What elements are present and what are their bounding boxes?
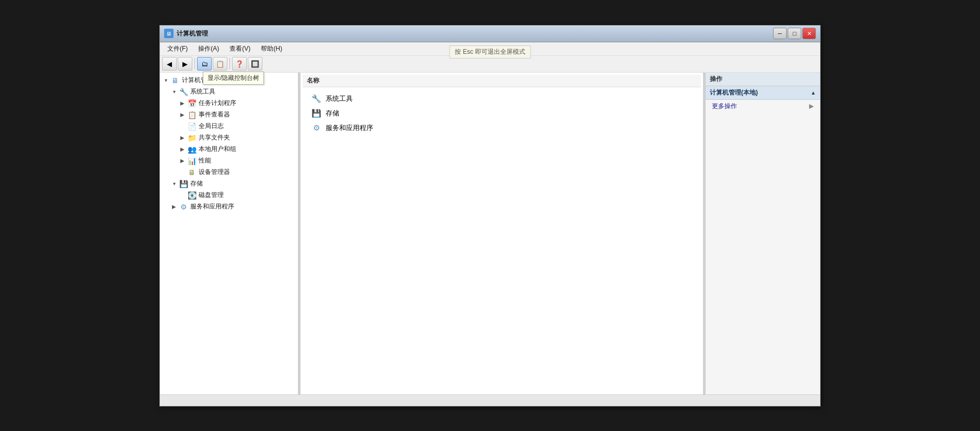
tree-panel: ▾ 🖥 计算机管理(本地) ▾ 🔧 系统工具 ▶ 📅 任务计划程序 ▶ 📋 事件… <box>160 73 298 394</box>
window-title: 计算机管理 <box>177 29 773 38</box>
perf-toggle[interactable]: ▶ <box>179 157 186 165</box>
content-storage-icon: 💾 <box>311 108 321 119</box>
task-icon: 📅 <box>187 99 197 108</box>
perf-icon: 📊 <box>187 156 197 166</box>
share-icon: 📁 <box>187 133 197 143</box>
tree-local-users[interactable]: ▶ 👥 本地用户和组 <box>160 144 298 155</box>
task-label: 任务计划程序 <box>199 99 236 108</box>
event-toggle[interactable]: ▶ <box>179 111 186 119</box>
properties-button[interactable]: 🔲 <box>248 57 262 71</box>
tree-system-tools[interactable]: ▾ 🔧 系统工具 <box>160 86 298 98</box>
content-header-name: 名称 <box>307 76 319 85</box>
actions-header-label: 操作 <box>710 75 722 84</box>
event-label: 事件查看器 <box>199 110 230 119</box>
menu-view[interactable]: 查看(V) <box>224 43 256 54</box>
users-label: 本地用户和组 <box>199 145 236 154</box>
tree-performance[interactable]: ▶ 📊 性能 <box>160 155 298 167</box>
actions-more-actions[interactable]: 更多操作 ▶ <box>706 100 820 113</box>
disk-label: 磁盘管理 <box>199 191 224 200</box>
content-tools-label: 系统工具 <box>326 94 353 103</box>
title-bar: 🖥 计算机管理 ─ □ ✕ <box>160 26 820 42</box>
menu-file[interactable]: 文件(F) <box>162 43 193 54</box>
content-items: 🔧 系统工具 💾 存储 ⚙ 服务和应用程序 <box>303 87 701 139</box>
actions-section-computer[interactable]: 计算机管理(本地) ▲ <box>706 86 820 100</box>
main-window: 🖥 计算机管理 ─ □ ✕ 按 Esc 即可退出全屏模式 文件(F) 操作(A)… <box>159 25 821 406</box>
storage-toggle[interactable]: ▾ <box>170 180 178 188</box>
app-icon: 🖥 <box>164 29 174 38</box>
tree-shared-folders[interactable]: ▶ 📁 共享文件夹 <box>160 132 298 144</box>
esc-hint-bar: 按 Esc 即可退出全屏模式 <box>449 45 531 59</box>
content-tools-icon: 🔧 <box>311 94 321 104</box>
content-storage-label: 存储 <box>326 109 339 118</box>
minimize-button[interactable]: ─ <box>773 28 787 39</box>
window-controls: ─ □ ✕ <box>773 28 816 39</box>
content-services-label: 服务和应用程序 <box>326 123 373 133</box>
actions-more-arrow: ▶ <box>809 102 814 110</box>
toolbar-separator-2 <box>229 58 230 69</box>
content-item-services[interactable]: ⚙ 服务和应用程序 <box>307 121 697 135</box>
help-button[interactable]: ❓ <box>232 57 247 71</box>
tree-global-log[interactable]: 📄 全局日志 <box>160 121 298 132</box>
device-icon: 🖥 <box>187 168 197 177</box>
disk-icon: 💽 <box>187 191 197 200</box>
actions-more-label: 更多操作 <box>712 102 737 111</box>
system-tools-icon: 🔧 <box>179 87 188 97</box>
tree-device-manager[interactable]: 🖥 设备管理器 <box>160 167 298 178</box>
root-icon: 🖥 <box>170 76 180 85</box>
users-toggle[interactable]: ▶ <box>179 146 186 153</box>
actions-collapse-icon: ▲ <box>811 90 816 96</box>
share-label: 共享文件夹 <box>199 133 230 142</box>
maximize-button[interactable]: □ <box>788 28 801 39</box>
event-icon: 📋 <box>187 110 197 120</box>
actions-panel: 操作 计算机管理(本地) ▲ 更多操作 ▶ <box>705 73 820 394</box>
status-bar <box>160 394 820 406</box>
actions-header: 操作 <box>706 73 820 86</box>
tree-services[interactable]: ▶ ⚙ 服务和应用程序 <box>160 201 298 213</box>
tree-storage[interactable]: ▾ 💾 存储 <box>160 178 298 190</box>
services-label: 服务和应用程序 <box>190 202 234 211</box>
show-hide-action-button[interactable]: 📋 <box>213 57 227 71</box>
task-toggle[interactable]: ▶ <box>179 100 186 107</box>
system-tools-label: 系统工具 <box>190 87 215 96</box>
content-item-storage[interactable]: 💾 存储 <box>307 106 697 121</box>
forward-button[interactable]: ▶ <box>178 57 192 71</box>
main-area: ▾ 🖥 计算机管理(本地) ▾ 🔧 系统工具 ▶ 📅 任务计划程序 ▶ 📋 事件… <box>160 73 820 394</box>
tree-disk-mgmt[interactable]: 💽 磁盘管理 <box>160 190 298 201</box>
services-icon: ⚙ <box>179 202 188 212</box>
storage-label: 存储 <box>190 179 203 188</box>
content-services-icon: ⚙ <box>311 123 321 133</box>
root-toggle[interactable]: ▾ <box>162 77 169 84</box>
menu-action[interactable]: 操作(A) <box>193 43 224 54</box>
content-header: 名称 <box>303 75 701 87</box>
show-hide-tree-button[interactable]: 🗂 <box>197 57 212 71</box>
close-button[interactable]: ✕ <box>802 28 816 39</box>
menu-help[interactable]: 帮助(H) <box>256 43 287 54</box>
actions-section-label: 计算机管理(本地) <box>710 88 758 97</box>
device-label: 设备管理器 <box>199 168 230 177</box>
log-icon: 📄 <box>187 122 197 131</box>
tree-event-viewer[interactable]: ▶ 📋 事件查看器 <box>160 109 298 121</box>
system-tools-toggle[interactable]: ▾ <box>170 88 178 96</box>
log-label: 全局日志 <box>199 122 224 131</box>
back-button[interactable]: ◀ <box>162 57 177 71</box>
share-toggle[interactable]: ▶ <box>179 134 186 142</box>
content-item-system-tools[interactable]: 🔧 系统工具 <box>307 91 697 106</box>
content-panel: 名称 🔧 系统工具 💾 存储 ⚙ 服务和应用程序 <box>301 73 703 394</box>
users-icon: 👥 <box>187 145 197 154</box>
toolbar-separator-1 <box>194 58 195 69</box>
perf-label: 性能 <box>199 156 211 165</box>
services-toggle[interactable]: ▶ <box>170 203 178 211</box>
toolbar-tooltip: 显示/隐藏控制台树 <box>203 72 264 85</box>
tree-task-scheduler[interactable]: ▶ 📅 任务计划程序 <box>160 98 298 109</box>
storage-icon: 💾 <box>179 179 188 189</box>
